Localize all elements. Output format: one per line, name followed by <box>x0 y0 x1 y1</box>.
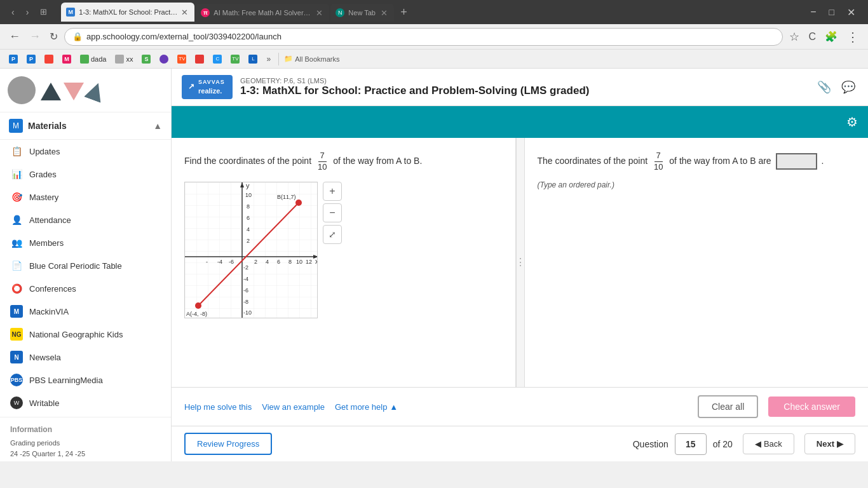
sidebar-item-conferences[interactable]: ⭕ Conferences <box>0 277 171 300</box>
forward-nav-button[interactable]: → <box>27 27 43 46</box>
bookmark-extra2[interactable]: TV <box>227 53 243 65</box>
bookmark-fox[interactable]: L <box>245 53 261 65</box>
bookmark-crescent[interactable] <box>156 53 172 65</box>
bookmarks-more-button[interactable]: » <box>264 53 273 65</box>
bookmark-xx[interactable]: xx <box>111 53 137 65</box>
grading-label: Grading periods <box>10 438 161 449</box>
bookmark-mathxl[interactable]: M <box>58 53 75 65</box>
savvas-realize-button[interactable]: ↗ SAVVAS realize. <box>182 75 233 99</box>
get-more-help-button[interactable]: Get more help ▲ <box>335 402 398 412</box>
clear-all-button[interactable]: Clear all <box>698 395 758 418</box>
materials-icon: M <box>9 119 23 133</box>
workspaces-btn[interactable]: ⊞ <box>36 6 51 18</box>
question-nav: Question 15 of 20 <box>633 433 733 455</box>
mastery-label: Mastery <box>29 193 58 202</box>
right-frac-den: 10 <box>652 162 665 173</box>
question-container: ⚙ Find the coordinates of the point 7 10… <box>172 106 868 461</box>
comment-button[interactable]: 💬 <box>839 78 858 97</box>
period-after-box: . <box>821 156 824 166</box>
window-forward-btn[interactable]: › <box>22 6 33 18</box>
tab-1-close[interactable]: ✕ <box>181 8 188 17</box>
blue-coral-label: Blue Coral Periodic Table <box>29 261 122 271</box>
next-button[interactable]: Next ▶ <box>804 433 855 454</box>
sidebar-item-members[interactable]: 👥 Members <box>0 231 171 254</box>
answer-input[interactable] <box>776 153 817 170</box>
tab-2[interactable]: π AI Math: Free Math AI Solver &... ✕ <box>196 4 329 22</box>
back-chevron-icon: ◀ <box>755 439 761 449</box>
expand-button[interactable]: ⤢ <box>323 225 342 244</box>
bookmark-extra1[interactable]: C <box>209 53 226 65</box>
sidebar-item-updates[interactable]: 📋 Updates <box>0 140 171 163</box>
svg-text:-4: -4 <box>243 276 248 282</box>
bookmark-red[interactable] <box>41 53 57 65</box>
svg-text:-8: -8 <box>243 299 248 305</box>
url-bar[interactable]: 🔒 app.schoology.com/external_tool/303940… <box>64 28 783 46</box>
settings-button[interactable]: ⚙ <box>846 114 858 130</box>
tab-1[interactable]: M 1-3: MathXL for School: Practi... ✕ <box>61 3 194 22</box>
bookmark-roblox[interactable] <box>191 53 208 65</box>
bookmark-tv[interactable]: TV <box>173 53 190 65</box>
zoom-out-button[interactable]: − <box>323 203 342 222</box>
panel-divider[interactable]: ⋮ <box>516 138 525 387</box>
svg-text:-4: -4 <box>217 259 222 265</box>
check-answer-button[interactable]: Check answer <box>768 396 855 417</box>
bookmark-s[interactable]: S <box>138 53 154 65</box>
svg-text:8: 8 <box>288 259 292 265</box>
window-back-btn[interactable]: ‹ <box>8 6 18 18</box>
bookmark-p[interactable]: P <box>5 53 22 65</box>
right-fraction: 7 10 <box>652 151 665 173</box>
window-controls: ‹ › ⊞ <box>8 6 51 18</box>
sidebar-item-grades[interactable]: 📊 Grades <box>0 163 171 186</box>
right-text-after: of the way from A to B are <box>669 156 771 166</box>
maximize-button[interactable]: □ <box>824 5 839 20</box>
sidebar-item-mackinvia[interactable]: M MackinVIA <box>0 300 171 323</box>
help-me-solve-button[interactable]: Help me solve this <box>184 402 252 412</box>
materials-label: Materials <box>28 121 148 131</box>
left-text-after: of the way from A to B. <box>333 156 422 166</box>
minimize-button[interactable]: − <box>805 5 821 20</box>
sidebar: M Materials ▲ 📋 Updates 📊 Grades 🎯 Maste… <box>0 69 172 461</box>
grading-text: 24 -25 Quarter 1, 24 -25 Quarter 2 <box>10 449 161 462</box>
question-left-panel: Find the coordinates of the point 7 10 o… <box>172 138 516 387</box>
bookmark-dots[interactable]: P <box>23 53 39 65</box>
view-example-button[interactable]: View an example <box>262 402 325 412</box>
extensions-button[interactable]: 🧩 <box>822 28 840 45</box>
bookmark-dada[interactable]: dada <box>76 53 110 65</box>
tab-bar: M 1-3: MathXL for School: Practi... ✕ π … <box>61 3 795 22</box>
sidebar-item-writable[interactable]: W Writable <box>0 391 171 414</box>
get-help-label: Get more help <box>335 402 387 412</box>
sidebar-item-attendance[interactable]: 👤 Attendance <box>0 208 171 231</box>
zoom-in-button[interactable]: + <box>323 182 342 201</box>
info-title: Information <box>10 425 161 434</box>
sidebar-item-blue-coral[interactable]: 📄 Blue Coral Periodic Table <box>0 254 171 277</box>
reload-button[interactable]: ↻ <box>47 28 60 45</box>
sidebar-item-mastery[interactable]: 🎯 Mastery <box>0 186 171 208</box>
pbs-label: PBS LearningMedia <box>29 376 103 385</box>
tab-3[interactable]: N New Tab ✕ <box>330 4 394 22</box>
svg-point-27 <box>195 302 201 309</box>
new-tab-button[interactable]: + <box>395 6 412 19</box>
conferences-icon: ⭕ <box>10 282 23 295</box>
window-right-controls: − □ ✕ <box>805 5 860 20</box>
bookmark-star-button[interactable]: ☆ <box>787 27 802 46</box>
back-button[interactable]: ◀ Back <box>743 433 794 454</box>
avatar <box>8 76 36 104</box>
profile-button[interactable]: C <box>806 29 818 45</box>
sidebar-item-newsela[interactable]: N Newsela <box>0 346 171 369</box>
tab-1-title: 1-3: MathXL for School: Practi... <box>79 8 177 16</box>
updates-label: Updates <box>29 147 60 156</box>
navigation-bar: Review Progress Question 15 of 20 ◀ Back <box>172 426 868 461</box>
attachment-button[interactable]: 📎 <box>815 78 834 97</box>
materials-header[interactable]: M Materials ▲ <box>0 112 171 140</box>
sidebar-item-natgeo[interactable]: NG National Geographic Kids <box>0 323 171 346</box>
graph-wrapper: x y -6 -4 - 2 4 6 8 10 <box>184 182 318 320</box>
tab-3-close[interactable]: ✕ <box>381 9 388 17</box>
close-button[interactable]: ✕ <box>842 5 860 20</box>
back-nav-button[interactable]: ← <box>6 27 23 46</box>
review-progress-button[interactable]: Review Progress <box>184 433 272 455</box>
all-bookmarks-button[interactable]: 📁All Bookmarks <box>284 55 339 63</box>
next-label: Next <box>817 439 834 449</box>
sidebar-item-pbs[interactable]: PBS PBS LearningMedia <box>0 369 171 391</box>
tab-2-close[interactable]: ✕ <box>316 9 323 17</box>
more-options-button[interactable]: ⋮ <box>844 27 862 47</box>
